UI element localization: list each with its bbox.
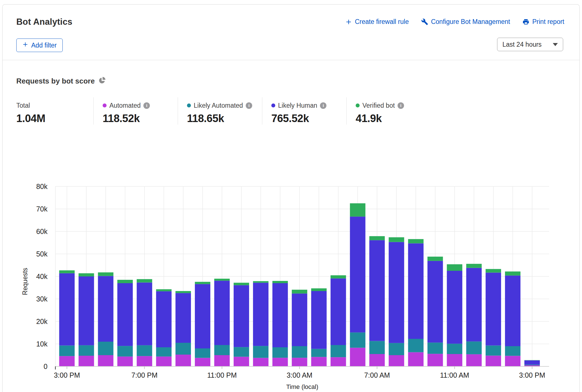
bar-segment-automated[interactable] bbox=[59, 356, 75, 366]
bar-segment-likely-human[interactable] bbox=[214, 281, 230, 345]
bar-segment-likely-human[interactable] bbox=[292, 294, 307, 346]
bar-segment-automated[interactable] bbox=[466, 354, 482, 366]
bar-segment-verified-bot[interactable] bbox=[331, 275, 346, 278]
bar-segment-likely-automated[interactable] bbox=[117, 346, 133, 357]
bar-segment-automated[interactable] bbox=[427, 354, 443, 366]
bar-segment-likely-human[interactable] bbox=[156, 291, 172, 347]
bar-segment-verified-bot[interactable] bbox=[389, 237, 404, 242]
bar-segment-verified-bot[interactable] bbox=[214, 279, 230, 281]
bar-segment-likely-automated[interactable] bbox=[389, 343, 404, 355]
print-report-link[interactable]: Print report bbox=[522, 18, 564, 26]
bar-segment-likely-automated[interactable] bbox=[486, 346, 501, 356]
bar-segment-likely-human[interactable] bbox=[311, 291, 327, 349]
bar-segment-verified-bot[interactable] bbox=[466, 264, 482, 268]
bar-segment-automated[interactable] bbox=[389, 355, 404, 366]
bar-segment-likely-automated[interactable] bbox=[272, 347, 288, 358]
bar-segment-verified-bot[interactable] bbox=[292, 290, 307, 294]
create-firewall-rule-link[interactable]: Create firewall rule bbox=[345, 18, 409, 26]
bar-segment-verified-bot[interactable] bbox=[486, 269, 501, 273]
bar-segment-likely-automated[interactable] bbox=[156, 347, 172, 357]
bar-segment-likely-human[interactable] bbox=[369, 240, 385, 341]
bar-segment-likely-automated[interactable] bbox=[505, 346, 520, 356]
bar-segment-verified-bot[interactable] bbox=[369, 236, 385, 240]
info-icon[interactable]: i bbox=[246, 102, 252, 109]
bar-segment-verified-bot[interactable] bbox=[253, 281, 269, 283]
info-icon[interactable]: i bbox=[143, 102, 150, 109]
bar-segment-likely-automated[interactable] bbox=[78, 345, 94, 356]
bar-segment-automated[interactable] bbox=[234, 357, 249, 366]
bar-segment-automated[interactable] bbox=[78, 356, 94, 366]
bar-segment-verified-bot[interactable] bbox=[117, 280, 133, 283]
bar-segment-verified-bot[interactable] bbox=[78, 273, 94, 276]
bar-segment-verified-bot[interactable] bbox=[234, 283, 249, 285]
info-icon[interactable]: i bbox=[398, 102, 404, 109]
bar-segment-likely-human[interactable] bbox=[195, 284, 210, 348]
bar-segment-likely-automated[interactable] bbox=[195, 348, 210, 358]
bar-segment-likely-human[interactable] bbox=[524, 360, 540, 364]
bar-segment-automated[interactable] bbox=[156, 357, 172, 366]
bar-segment-automated[interactable] bbox=[195, 358, 210, 366]
bar-segment-likely-automated[interactable] bbox=[311, 349, 327, 357]
bar-segment-likely-human[interactable] bbox=[234, 285, 249, 347]
bar-segment-automated[interactable] bbox=[331, 357, 346, 366]
bar-segment-verified-bot[interactable] bbox=[59, 270, 75, 273]
bar-segment-likely-human[interactable] bbox=[59, 273, 75, 346]
bar-segment-likely-automated[interactable] bbox=[350, 332, 366, 348]
bar-segment-likely-automated[interactable] bbox=[234, 347, 249, 357]
bar-segment-automated[interactable] bbox=[137, 356, 152, 366]
bar-segment-likely-automated[interactable] bbox=[253, 346, 269, 358]
bar-segment-automated[interactable] bbox=[486, 356, 501, 366]
bar-segment-likely-human[interactable] bbox=[272, 283, 288, 347]
info-icon[interactable]: i bbox=[320, 102, 326, 109]
bar-segment-likely-human[interactable] bbox=[117, 283, 133, 346]
bar-segment-verified-bot[interactable] bbox=[272, 281, 288, 283]
bar-segment-verified-bot[interactable] bbox=[505, 271, 520, 275]
bar-segment-automated[interactable] bbox=[505, 356, 520, 366]
bar-segment-likely-human[interactable] bbox=[447, 271, 462, 344]
bar-segment-automated[interactable] bbox=[98, 355, 113, 366]
bar-segment-automated[interactable] bbox=[408, 352, 423, 366]
bar-segment-likely-automated[interactable] bbox=[466, 341, 482, 354]
bar-segment-automated[interactable] bbox=[447, 354, 462, 366]
bar-segment-likely-human[interactable] bbox=[505, 276, 520, 346]
bar-segment-likely-human[interactable] bbox=[331, 278, 346, 345]
bar-segment-automated[interactable] bbox=[253, 358, 269, 366]
bar-segment-verified-bot[interactable] bbox=[427, 257, 443, 261]
bar-segment-likely-human[interactable] bbox=[98, 276, 113, 342]
bar-segment-likely-automated[interactable] bbox=[369, 341, 385, 354]
bar-segment-likely-human[interactable] bbox=[350, 217, 366, 332]
bar-segment-verified-bot[interactable] bbox=[175, 291, 191, 293]
bar-segment-likely-automated[interactable] bbox=[137, 345, 152, 356]
bar-segment-verified-bot[interactable] bbox=[195, 282, 210, 284]
bar-segment-likely-automated[interactable] bbox=[524, 365, 540, 365]
bar-segment-likely-human[interactable] bbox=[408, 243, 423, 339]
bar-segment-verified-bot[interactable] bbox=[350, 203, 366, 217]
bar-segment-likely-human[interactable] bbox=[253, 283, 269, 346]
bar-segment-likely-automated[interactable] bbox=[98, 342, 113, 355]
bar-segment-verified-bot[interactable] bbox=[137, 279, 152, 283]
bar-segment-likely-human[interactable] bbox=[486, 272, 501, 345]
bar-segment-automated[interactable] bbox=[175, 355, 191, 366]
bar-segment-verified-bot[interactable] bbox=[408, 239, 423, 243]
bar-segment-verified-bot[interactable] bbox=[98, 272, 113, 276]
bar-segment-verified-bot[interactable] bbox=[447, 264, 462, 271]
bar-segment-automated[interactable] bbox=[292, 358, 307, 366]
bar-segment-likely-human[interactable] bbox=[137, 283, 152, 345]
bar-segment-likely-automated[interactable] bbox=[175, 343, 191, 355]
bar-segment-likely-human[interactable] bbox=[427, 261, 443, 343]
bar-segment-automated[interactable] bbox=[214, 355, 230, 366]
bar-segment-likely-automated[interactable] bbox=[214, 345, 230, 355]
bar-segment-verified-bot[interactable] bbox=[311, 288, 327, 291]
bar-segment-automated[interactable] bbox=[369, 354, 385, 366]
bar-segment-likely-automated[interactable] bbox=[447, 344, 462, 354]
bar-segment-likely-human[interactable] bbox=[389, 242, 404, 343]
bar-segment-automated[interactable] bbox=[311, 357, 327, 366]
time-range-select[interactable]: Last 24 hours bbox=[497, 38, 563, 51]
bar-segment-likely-human[interactable] bbox=[175, 293, 191, 343]
bar-segment-likely-human[interactable] bbox=[78, 276, 94, 345]
bar-segment-automated[interactable] bbox=[117, 357, 133, 366]
bar-segment-verified-bot[interactable] bbox=[156, 289, 172, 291]
bar-segment-likely-automated[interactable] bbox=[292, 346, 307, 358]
bar-segment-automated[interactable] bbox=[272, 358, 288, 366]
bar-segment-likely-automated[interactable] bbox=[331, 345, 346, 357]
